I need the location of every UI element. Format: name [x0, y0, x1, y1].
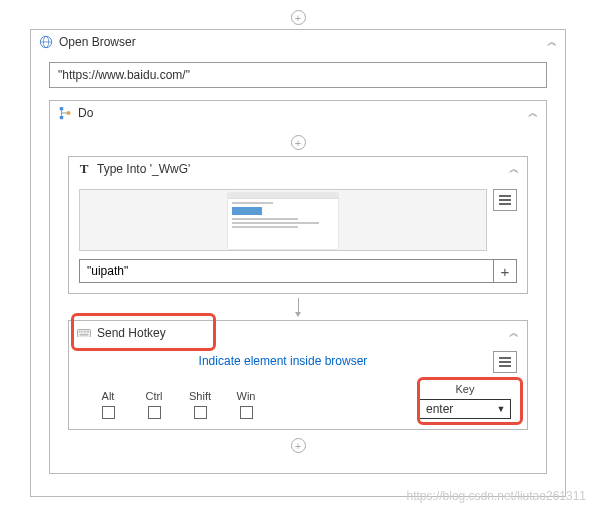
svg-rect-4 [60, 116, 64, 120]
win-checkbox[interactable] [240, 406, 253, 419]
add-activity-top-button[interactable]: + [291, 10, 306, 25]
type-into-title: Type Into '_WwG' [97, 162, 503, 176]
collapse-icon[interactable]: ︽ [547, 35, 557, 49]
globe-icon [39, 35, 53, 49]
svg-rect-7 [79, 330, 81, 332]
collapse-icon[interactable]: ︽ [509, 162, 519, 176]
send-hotkey-title: Send Hotkey [97, 326, 503, 340]
type-into-value-input[interactable] [79, 259, 493, 283]
shift-checkbox[interactable] [194, 406, 207, 419]
options-menu-button[interactable] [493, 189, 517, 211]
element-screenshot[interactable] [79, 189, 487, 251]
flow-arrow-icon [68, 294, 528, 320]
shift-label: Shift [189, 390, 211, 402]
collapse-icon[interactable]: ︽ [528, 106, 538, 120]
browser-url-input[interactable] [49, 62, 547, 88]
indicate-element-link[interactable]: Indicate element inside browser [79, 351, 487, 373]
expression-editor-button[interactable]: + [493, 259, 517, 283]
svg-rect-6 [77, 329, 90, 337]
alt-checkbox[interactable] [102, 406, 115, 419]
do-activity: Do ︽ + T Type Into '_WwG' ︽ [49, 100, 547, 474]
collapse-icon[interactable]: ︽ [509, 326, 519, 340]
key-value: enter [420, 400, 492, 418]
type-icon: T [77, 162, 91, 176]
hotkey-icon [77, 328, 91, 338]
ctrl-label: Ctrl [145, 390, 162, 402]
do-title: Do [78, 106, 522, 120]
dropdown-arrow-icon: ▼ [492, 400, 510, 418]
options-menu-button[interactable] [493, 351, 517, 373]
key-dropdown[interactable]: enter ▼ [419, 399, 511, 419]
sequence-icon [58, 106, 72, 120]
win-label: Win [237, 390, 256, 402]
send-hotkey-activity: Send Hotkey ︽ Indicate element inside br… [68, 320, 528, 430]
open-browser-activity: Open Browser ︽ Do ︽ + T Type Into '_WwG' [30, 29, 566, 497]
alt-label: Alt [102, 390, 115, 402]
add-activity-button[interactable]: + [291, 438, 306, 453]
svg-rect-11 [80, 333, 89, 335]
svg-rect-5 [67, 111, 71, 115]
svg-rect-3 [60, 107, 64, 111]
svg-rect-9 [84, 330, 86, 332]
svg-rect-10 [87, 330, 90, 332]
key-label: Key [419, 383, 511, 395]
type-into-activity: T Type Into '_WwG' ︽ [68, 156, 528, 294]
svg-rect-8 [81, 330, 83, 332]
add-activity-button[interactable]: + [291, 135, 306, 150]
ctrl-checkbox[interactable] [148, 406, 161, 419]
open-browser-title: Open Browser [59, 35, 541, 49]
